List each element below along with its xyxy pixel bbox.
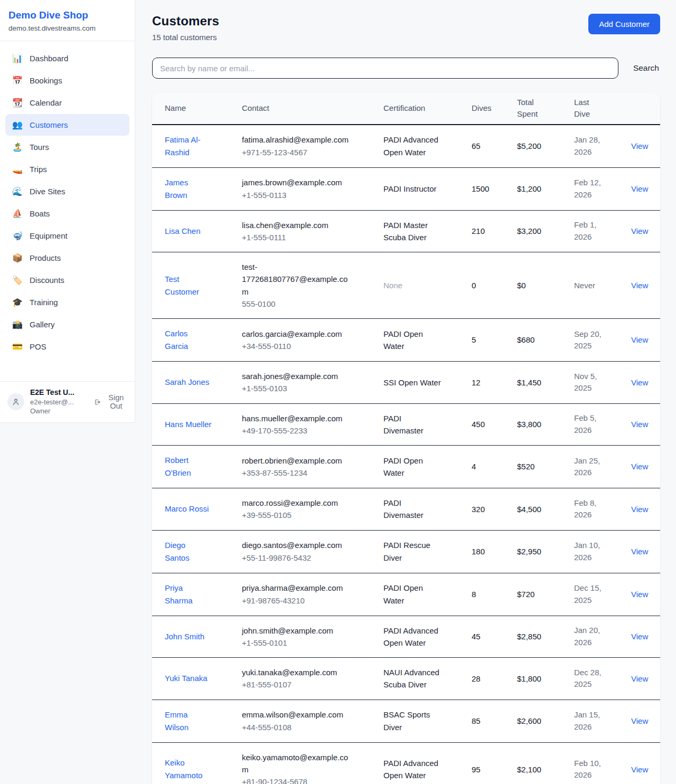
sidebar-item-calendar[interactable]: 📆 Calendar [5, 92, 129, 114]
column-header-name: Name [165, 102, 229, 114]
customer-dives: 210 [472, 225, 504, 237]
customer-name-link[interactable]: Priya Sharma [165, 582, 212, 607]
pos-icon: 💳 [12, 342, 23, 352]
customer-name-link[interactable]: James Brown [165, 176, 212, 202]
customer-name-link[interactable]: Yuki Tanaka [165, 672, 208, 685]
table-row: James Brown james.brown@example.com +1-5… [152, 168, 660, 211]
view-link[interactable]: View [631, 590, 648, 599]
customer-certification: PADI Open Water [383, 328, 443, 353]
table-row: Diego Santos diego.santos@example.com +5… [152, 531, 660, 573]
sidebar-item-equipment[interactable]: 🤿 Equipment [5, 225, 129, 247]
customer-dives: 180 [472, 545, 504, 558]
customer-last-dive: Dec 28, 2025 [574, 667, 607, 691]
customer-certification: SSI Open Water [383, 376, 441, 389]
customer-email: lisa.chen@example.com [242, 219, 350, 231]
sidebar-item-label: Trips [30, 165, 47, 174]
sidebar-item-customers[interactable]: 👥 Customers [5, 114, 129, 136]
sidebar-item-dashboard[interactable]: 📊 Dashboard [5, 48, 129, 69]
column-header-certification: Certification [383, 102, 459, 114]
view-link[interactable]: View [631, 547, 648, 556]
customer-dives: 5 [472, 334, 504, 346]
view-link[interactable]: View [631, 184, 648, 193]
view-link[interactable]: View [631, 141, 648, 150]
customer-phone: +353-87-555-1234 [242, 467, 371, 479]
view-link[interactable]: View [631, 335, 648, 344]
customer-email: priya.sharma@example.com [242, 582, 350, 594]
user-role: Owner [30, 407, 86, 416]
customer-phone: +971-55-123-4567 [242, 146, 371, 158]
customer-certification: PADI Open Water [383, 455, 443, 479]
view-link[interactable]: View [631, 632, 648, 641]
sidebar-item-boats[interactable]: ⛵ Boats [5, 203, 129, 224]
customer-name-link[interactable]: John Smith [165, 630, 204, 643]
customer-total-spent: $1,450 [517, 376, 561, 389]
view-link[interactable]: View [631, 462, 648, 471]
sidebar-item-gallery[interactable]: 📸 Gallery [5, 314, 129, 335]
customer-name-link[interactable]: Marco Rossi [165, 503, 209, 515]
main-content: Customers 15 total customers Add Custome… [135, 0, 676, 784]
customer-last-dive: Feb 1, 2026 [574, 219, 607, 243]
table-row: Robert O'Brien robert.obrien@example.com… [152, 446, 660, 488]
customer-dives: 450 [472, 418, 504, 430]
column-header-total-spent: Total Spent [517, 97, 561, 120]
customer-name-link[interactable]: Fatima Al-Rashid [165, 134, 212, 159]
customer-dives: 65 [472, 140, 504, 152]
customer-email: fatima.alrashid@example.com [242, 134, 350, 146]
customer-total-spent: $4,500 [517, 503, 561, 515]
sidebar-header: Demo Dive Shop demo.test.divestreams.com [0, 0, 135, 41]
customer-name-link[interactable]: Test Customer [165, 273, 212, 298]
view-link[interactable]: View [631, 378, 648, 387]
search-input[interactable] [152, 58, 618, 79]
products-icon: 📦 [12, 253, 23, 263]
view-link[interactable]: View [631, 226, 648, 235]
customer-certification: PADI Divemaster [383, 412, 443, 437]
shop-name: Demo Dive Shop [8, 10, 126, 21]
view-link[interactable]: View [631, 674, 648, 683]
sidebar-item-pos[interactable]: 💳 POS [5, 336, 129, 357]
sign-out-icon [94, 398, 101, 407]
sidebar-item-trips[interactable]: 🚤 Trips [5, 158, 129, 180]
search-button[interactable]: Search [632, 60, 660, 76]
dashboard-icon: 📊 [12, 53, 23, 63]
customer-phone: +55-11-99876-5432 [242, 552, 371, 564]
view-link[interactable]: View [631, 505, 648, 514]
sidebar-item-discounts[interactable]: 🏷️ Discounts [5, 269, 129, 291]
customer-email: robert.obrien@example.com [242, 455, 350, 467]
customer-name-link[interactable]: Emma Wilson [165, 709, 212, 734]
customer-name-link[interactable]: Hans Mueller [165, 418, 211, 431]
calendar-icon: 📆 [12, 98, 23, 108]
sidebar-item-bookings[interactable]: 📅 Bookings [5, 70, 129, 91]
add-customer-button[interactable]: Add Customer [588, 14, 660, 34]
sidebar-item-products[interactable]: 📦 Products [5, 247, 129, 269]
sign-out-button[interactable]: Sign Out [94, 393, 127, 410]
sidebar-item-label: Discounts [30, 276, 64, 285]
table-row: Emma Wilson emma.wilson@example.com +44-… [152, 700, 660, 743]
customer-name-link[interactable]: Robert O'Brien [165, 454, 212, 479]
table-row: Fatima Al-Rashid fatima.alrashid@example… [152, 125, 660, 168]
table-row: Priya Sharma priya.sharma@example.com +9… [152, 573, 660, 616]
customer-last-dive: Jan 10, 2026 [574, 540, 607, 563]
customer-total-spent: $0 [517, 279, 561, 291]
column-header-last-dive: Last Dive [574, 97, 618, 120]
customer-name-link[interactable]: Diego Santos [165, 539, 212, 564]
view-link[interactable]: View [631, 716, 648, 725]
table-row: Carlos Garcia carlos.garcia@example.com … [152, 319, 660, 362]
customer-total-spent: $520 [517, 460, 561, 473]
table-row: Hans Mueller hans.mueller@example.com +4… [152, 404, 660, 446]
customer-name-link[interactable]: Sarah Jones [165, 376, 209, 389]
trips-icon: 🚤 [12, 164, 23, 174]
sidebar-item-training[interactable]: 🎓 Training [5, 291, 129, 313]
sidebar-item-tours[interactable]: 🏝️ Tours [5, 136, 129, 158]
view-link[interactable]: View [631, 420, 648, 429]
customer-name-link[interactable]: Keiko Yamamoto [165, 757, 212, 782]
sidebar-item-dive-sites[interactable]: 🌊 Dive Sites [5, 181, 129, 202]
sidebar-item-label: Equipment [30, 231, 68, 240]
user-info: E2E Test U... e2e-tester@... Owner [30, 388, 86, 416]
view-link[interactable]: View [631, 765, 648, 774]
customer-name-link[interactable]: Lisa Chen [165, 225, 201, 238]
customer-email: yuki.tanaka@example.com [242, 666, 350, 678]
sidebar-nav: 📊 Dashboard 📅 Bookings 📆 Calendar 👥 Cust… [0, 41, 135, 381]
view-link[interactable]: View [631, 281, 648, 290]
customer-dives: 8 [472, 588, 504, 600]
customer-name-link[interactable]: Carlos Garcia [165, 327, 212, 353]
